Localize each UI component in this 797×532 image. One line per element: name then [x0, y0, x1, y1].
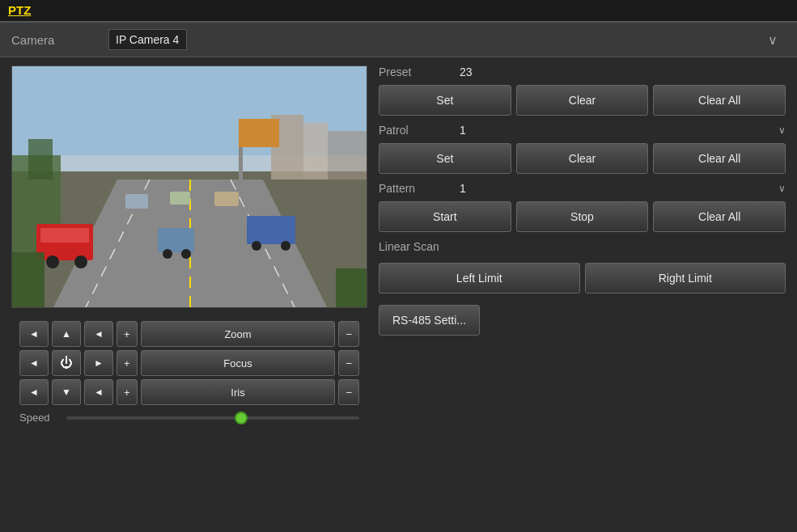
pan-left-down-btn[interactable]: ◄	[19, 379, 49, 405]
svg-rect-24	[125, 194, 148, 209]
preset-clear-btn[interactable]: Clear	[516, 85, 649, 116]
preset-value: 23	[460, 65, 786, 78]
preset-row: Preset 23	[379, 65, 786, 78]
linear-scan-row: Linear Scan	[379, 240, 786, 256]
right-limit-btn[interactable]: Right Limit	[585, 263, 786, 293]
zoom-label-btn: Zoom	[141, 321, 336, 347]
ptz-title: PTZ	[8, 3, 31, 17]
svg-rect-18	[158, 228, 194, 252]
iris-out-btn[interactable]: −	[338, 379, 359, 405]
tilt-down-btn[interactable]: ▼	[52, 379, 81, 405]
camera-label: Camera	[11, 33, 108, 47]
svg-rect-26	[214, 192, 239, 206]
svg-point-19	[163, 249, 172, 259]
svg-rect-11	[328, 131, 367, 179]
left-panel: ◄ ▲ ◄ + Zoom − ◄ ⏻ ► + Focus −	[11, 65, 367, 430]
svg-point-22	[252, 241, 261, 251]
svg-rect-10	[303, 123, 328, 179]
pan-left-btn[interactable]: ◄	[19, 350, 49, 376]
focus-label-btn: Focus	[141, 350, 336, 376]
speed-row: Speed	[19, 412, 359, 424]
svg-point-17	[74, 255, 87, 268]
iris-in-btn[interactable]: +	[117, 379, 138, 405]
patrol-row: Patrol 1 ∨	[379, 124, 786, 137]
pattern-start-btn[interactable]: Start	[379, 201, 511, 232]
pattern-value: 1	[460, 182, 774, 195]
patrol-label: Patrol	[379, 124, 451, 137]
left-limit-btn[interactable]: Left Limit	[379, 263, 580, 293]
ptz-row-3: ◄ ▼ ◄ + Iris −	[19, 379, 359, 405]
focus-out-btn[interactable]: −	[338, 350, 359, 376]
svg-rect-12	[239, 119, 279, 147]
svg-rect-27	[12, 252, 45, 308]
zoom-out-btn[interactable]: −	[338, 321, 359, 347]
main-content: ◄ ▲ ◄ + Zoom − ◄ ⏻ ► + Focus −	[0, 57, 797, 438]
patrol-set-btn[interactable]: Set	[379, 143, 511, 174]
pattern-row: Pattern 1 ∨	[379, 182, 786, 195]
preset-clear-all-btn[interactable]: Clear All	[653, 85, 786, 116]
linear-scan-label: Linear Scan	[379, 240, 451, 253]
patrol-clear-all-btn[interactable]: Clear All	[653, 143, 786, 174]
preset-set-btn[interactable]: Set	[379, 85, 511, 116]
ptz-row-2: ◄ ⏻ ► + Focus −	[19, 350, 359, 376]
camera-view	[11, 65, 367, 308]
svg-rect-21	[247, 216, 295, 244]
patrol-select-wrapper: 1 ∨	[460, 124, 786, 137]
svg-rect-25	[170, 192, 190, 205]
speed-label: Speed	[19, 412, 60, 424]
pan-right-btn[interactable]: ►	[84, 350, 113, 376]
iris-label-btn: Iris	[141, 379, 336, 405]
camera-select-wrapper[interactable]: IP Camera 4 IP Camera 1 IP Camera 2 IP C…	[108, 29, 786, 50]
patrol-value: 1	[460, 124, 774, 137]
svg-rect-15	[40, 228, 89, 243]
tilt-up-btn[interactable]: ▲	[52, 321, 81, 347]
camera-select[interactable]: IP Camera 4 IP Camera 1 IP Camera 2 IP C…	[108, 29, 187, 50]
svg-rect-8	[28, 139, 53, 179]
ptz-row-1: ◄ ▲ ◄ + Zoom −	[19, 321, 359, 347]
speed-slider[interactable]	[66, 416, 359, 420]
pattern-clear-all-btn[interactable]: Clear All	[653, 201, 786, 232]
ptz-controls: ◄ ▲ ◄ + Zoom − ◄ ⏻ ► + Focus −	[11, 315, 367, 430]
svg-rect-28	[336, 268, 367, 308]
pattern-label: Pattern	[379, 182, 451, 195]
patrol-dropdown-icon[interactable]: ∨	[778, 125, 786, 136]
focus-in-btn[interactable]: +	[117, 350, 138, 376]
preset-label: Preset	[379, 65, 451, 78]
title-bar: PTZ	[0, 0, 797, 23]
camera-row: Camera IP Camera 4 IP Camera 1 IP Camera…	[0, 23, 797, 57]
svg-rect-13	[239, 147, 243, 179]
pattern-dropdown-icon[interactable]: ∨	[778, 183, 786, 194]
pan-left-up-btn[interactable]: ◄	[19, 321, 49, 347]
rs485-btn[interactable]: RS-485 Setti...	[379, 305, 480, 336]
pan-right-down-btn[interactable]: ◄	[84, 379, 113, 405]
pan-right-up-btn[interactable]: ◄	[84, 321, 113, 347]
ptz-grid: ◄ ▲ ◄ + Zoom − ◄ ⏻ ► + Focus −	[19, 321, 359, 405]
svg-point-23	[281, 241, 290, 251]
zoom-in-btn[interactable]: +	[117, 321, 138, 347]
svg-point-16	[46, 255, 59, 268]
linear-scan-btn-row: Left Limit Right Limit	[379, 263, 786, 293]
pattern-select-wrapper: 1 ∨	[460, 182, 786, 195]
right-panel: Preset 23 Set Clear Clear All Patrol 1 ∨…	[379, 65, 786, 430]
svg-point-20	[181, 249, 191, 259]
preset-btn-row: Set Clear Clear All	[379, 85, 786, 116]
patrol-btn-row: Set Clear Clear All	[379, 143, 786, 174]
pattern-btn-row: Start Stop Clear All	[379, 201, 786, 232]
pattern-stop-btn[interactable]: Stop	[516, 201, 649, 232]
home-btn[interactable]: ⏻	[52, 350, 81, 376]
rs485-row: RS-485 Setti...	[379, 305, 786, 336]
patrol-clear-btn[interactable]: Clear	[516, 143, 649, 174]
